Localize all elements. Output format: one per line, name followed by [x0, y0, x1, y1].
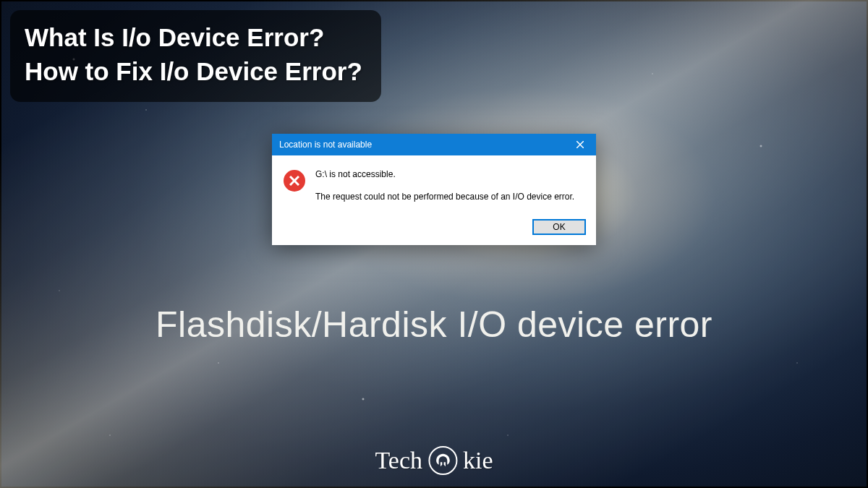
dialog-body: G:\ is not accessible. The request could… [272, 155, 596, 213]
title-line-2: How to Fix I/o Device Error? [25, 57, 362, 85]
error-dialog: Location is not available G:\ is not acc… [272, 134, 596, 245]
brand-logo-group: Tech kie [375, 446, 493, 475]
dialog-message-line-2: The request could not be performed becau… [315, 191, 574, 203]
brand-prefix: Tech [375, 447, 422, 474]
brand-suffix: kie [463, 447, 493, 474]
dialog-message: G:\ is not accessible. The request could… [315, 168, 574, 203]
title-overlay: What Is I/o Device Error? How to Fix I/o… [10, 10, 381, 102]
ok-button[interactable]: OK [532, 219, 586, 235]
main-caption: Flashdisk/Hardisk I/O device error [0, 304, 868, 346]
dialog-message-line-1: G:\ is not accessible. [315, 168, 574, 181]
dialog-titlebar[interactable]: Location is not available [272, 134, 596, 155]
brand-emblem-icon [428, 446, 457, 475]
close-icon [576, 139, 584, 150]
title-line-1: What Is I/o Device Error? [25, 23, 324, 51]
dialog-title: Location is not available [279, 140, 372, 150]
title-heading: What Is I/o Device Error? How to Fix I/o… [25, 20, 362, 89]
close-button[interactable] [563, 134, 596, 155]
error-icon [284, 170, 305, 192]
dialog-footer: OK [272, 213, 596, 245]
